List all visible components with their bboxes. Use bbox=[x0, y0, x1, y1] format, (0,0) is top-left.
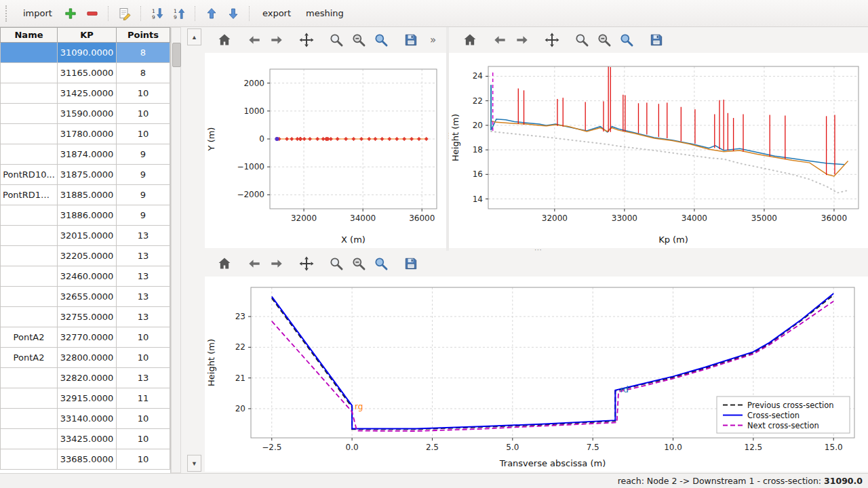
cell-points[interactable]: 10 bbox=[117, 327, 170, 348]
table-row[interactable]: 31780.000010 bbox=[1, 124, 170, 144]
cell-points[interactable]: 10 bbox=[117, 104, 170, 124]
home-icon[interactable] bbox=[214, 30, 235, 50]
back-icon[interactable] bbox=[490, 30, 510, 50]
subplots-icon[interactable] bbox=[349, 253, 369, 274]
plan-chart-canvas[interactable]: 320003400036000−2000−1000010002000X (m)Y… bbox=[205, 53, 446, 248]
cell-points[interactable]: 13 bbox=[117, 266, 170, 287]
cross-section-plot[interactable]: −2.50.02.55.07.510.012.515.020212223Tran… bbox=[205, 277, 868, 472]
cell-name[interactable] bbox=[1, 449, 58, 470]
cell-kp[interactable]: 32915.0000 bbox=[58, 388, 117, 409]
cell-points[interactable]: 13 bbox=[117, 246, 170, 266]
import-button[interactable]: import bbox=[17, 5, 58, 22]
zoom-icon[interactable] bbox=[326, 253, 347, 274]
meshing-button[interactable]: meshing bbox=[300, 5, 350, 22]
home-icon[interactable] bbox=[460, 30, 480, 50]
cell-kp[interactable]: 31886.0000 bbox=[58, 205, 117, 226]
cell-kp[interactable]: 31875.0000 bbox=[58, 165, 117, 185]
cell-name[interactable] bbox=[1, 246, 58, 266]
pan-icon[interactable] bbox=[296, 30, 317, 50]
cell-points[interactable]: 11 bbox=[117, 388, 170, 409]
table-row[interactable]: 31590.000010 bbox=[1, 104, 170, 124]
sort-ascending-button[interactable]: 19 bbox=[148, 4, 167, 23]
zoom-icon[interactable] bbox=[572, 30, 592, 50]
table-row[interactable]: 33140.000010 bbox=[1, 409, 170, 429]
subplots-icon[interactable] bbox=[594, 30, 614, 50]
table-row[interactable]: 32460.000013 bbox=[1, 266, 170, 287]
column-header-name[interactable]: Name bbox=[1, 28, 58, 43]
cell-kp[interactable]: 31780.0000 bbox=[58, 124, 117, 144]
cell-name[interactable]: PontRD10... bbox=[1, 165, 58, 185]
edit-cross-section-button[interactable] bbox=[115, 4, 134, 23]
table-row[interactable]: 31425.000010 bbox=[1, 83, 170, 104]
cell-kp[interactable]: 31090.0000 bbox=[58, 43, 117, 63]
cell-name[interactable] bbox=[1, 124, 58, 144]
back-icon[interactable] bbox=[244, 30, 264, 50]
cell-kp[interactable]: 33140.0000 bbox=[58, 409, 117, 429]
cell-name[interactable] bbox=[1, 307, 58, 327]
cell-points[interactable]: 8 bbox=[117, 43, 170, 63]
cell-points[interactable]: 13 bbox=[117, 368, 170, 388]
cell-points[interactable]: 10 bbox=[117, 429, 170, 449]
table-row[interactable]: 32820.000013 bbox=[1, 368, 170, 388]
profile-chart-canvas[interactable]: 3200033000340003500036000141618202224Kp … bbox=[449, 53, 868, 248]
add-cross-section-button[interactable] bbox=[61, 4, 80, 23]
save-icon[interactable] bbox=[401, 30, 421, 50]
cell-points[interactable]: 13 bbox=[117, 287, 170, 307]
column-header-kp[interactable]: KP bbox=[58, 28, 117, 43]
cell-name[interactable]: PontA2 bbox=[1, 348, 58, 368]
cell-points[interactable]: 10 bbox=[117, 348, 170, 368]
cell-points[interactable]: 10 bbox=[117, 83, 170, 104]
move-up-button[interactable] bbox=[202, 4, 221, 23]
table-row[interactable]: 32655.000013 bbox=[1, 287, 170, 307]
table-row[interactable]: PontA232770.000010 bbox=[1, 327, 170, 348]
table-row[interactable]: 31886.00009 bbox=[1, 205, 170, 226]
forward-icon[interactable] bbox=[267, 253, 287, 274]
table-row[interactable]: 33685.000010 bbox=[1, 449, 170, 470]
export-button[interactable]: export bbox=[256, 5, 297, 22]
cell-points[interactable]: 9 bbox=[117, 205, 170, 226]
cell-name[interactable] bbox=[1, 287, 58, 307]
remove-cross-section-button[interactable] bbox=[83, 4, 102, 23]
table-row[interactable]: PontRD101v31885.00009 bbox=[1, 185, 170, 205]
cell-kp[interactable]: 31885.0000 bbox=[58, 185, 117, 205]
table-row[interactable]: 32915.000011 bbox=[1, 388, 170, 409]
table-row[interactable]: PontA232800.000010 bbox=[1, 348, 170, 368]
scroll-up-button[interactable]: ▲ bbox=[187, 28, 201, 45]
move-down-button[interactable] bbox=[224, 4, 243, 23]
cell-points[interactable]: 9 bbox=[117, 185, 170, 205]
cell-kp[interactable]: 32460.0000 bbox=[58, 266, 117, 287]
cell-kp[interactable]: 32755.0000 bbox=[58, 307, 117, 327]
cell-name[interactable] bbox=[1, 388, 58, 409]
cell-kp[interactable]: 32820.0000 bbox=[58, 368, 117, 388]
plan-view-plot[interactable]: 320003400036000−2000−1000010002000X (m)Y… bbox=[205, 53, 446, 248]
cell-name[interactable] bbox=[1, 83, 58, 104]
cell-kp[interactable]: 32205.0000 bbox=[58, 246, 117, 266]
cell-points[interactable]: 10 bbox=[117, 409, 170, 429]
cell-kp[interactable]: 32800.0000 bbox=[58, 348, 117, 368]
cell-name[interactable] bbox=[1, 104, 58, 124]
zoom-region-icon[interactable] bbox=[371, 253, 391, 274]
column-header-points[interactable]: Points bbox=[117, 28, 170, 43]
cell-kp[interactable]: 31425.0000 bbox=[58, 83, 117, 104]
toolbar-handle[interactable] bbox=[5, 5, 10, 22]
cell-kp[interactable]: 32015.0000 bbox=[58, 226, 117, 246]
table-row[interactable]: PontRD10...31875.00009 bbox=[1, 165, 170, 185]
scrollbar-thumb[interactable] bbox=[172, 43, 181, 67]
table-row[interactable]: 33425.000010 bbox=[1, 429, 170, 449]
cell-name[interactable]: PontA2 bbox=[1, 327, 58, 348]
cell-kp[interactable]: 32770.0000 bbox=[58, 327, 117, 348]
cell-points[interactable]: 10 bbox=[117, 449, 170, 470]
cell-kp[interactable]: 31874.0000 bbox=[58, 144, 117, 165]
save-icon[interactable] bbox=[401, 253, 421, 274]
cell-points[interactable]: 13 bbox=[117, 307, 170, 327]
cell-kp[interactable]: 31590.0000 bbox=[58, 104, 117, 124]
cell-kp[interactable]: 31165.0000 bbox=[58, 63, 117, 83]
home-icon[interactable] bbox=[214, 253, 235, 274]
pan-icon[interactable] bbox=[542, 30, 562, 50]
table-row[interactable]: 32015.000013 bbox=[1, 226, 170, 246]
pan-icon[interactable] bbox=[296, 253, 317, 274]
cross-chart-canvas[interactable]: −2.50.02.55.07.510.012.515.020212223Tran… bbox=[205, 277, 868, 472]
back-icon[interactable] bbox=[244, 253, 264, 274]
cell-name[interactable] bbox=[1, 266, 58, 287]
cell-name[interactable] bbox=[1, 368, 58, 388]
